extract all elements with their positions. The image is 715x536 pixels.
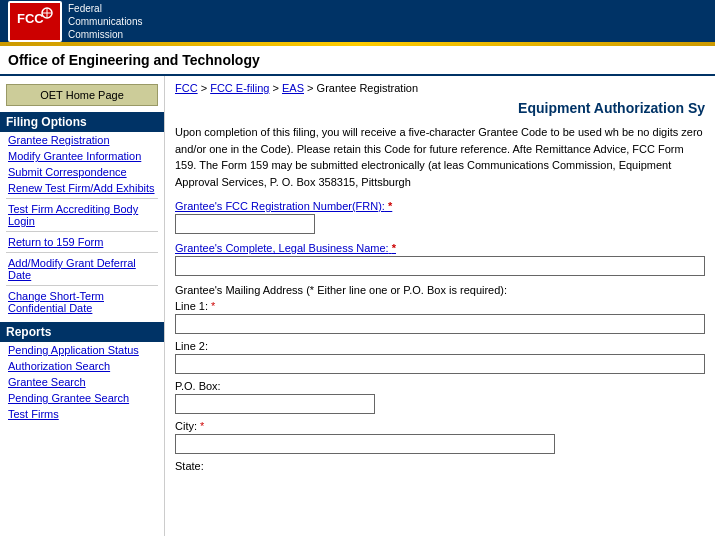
content-area: FCC > FCC E-filing > EAS > Grantee Regis… <box>165 76 715 536</box>
sidebar-item-grantee-search[interactable]: Grantee Search <box>0 374 164 390</box>
state-field: State: <box>175 460 705 472</box>
sidebar-item-add-modify-grant[interactable]: Add/Modify Grant Deferral Date <box>0 255 164 283</box>
sidebar-item-renew-test-firm[interactable]: Renew Test Firm/Add Exhibits <box>0 180 164 196</box>
sidebar-item-grantee-registration[interactable]: Grantee Registration <box>0 132 164 148</box>
main-layout: OET Home Page Filing Options Grantee Reg… <box>0 76 715 536</box>
frn-input[interactable] <box>175 214 315 234</box>
po-box-input[interactable] <box>175 394 375 414</box>
header-bar: FCC Federal Communications Commission <box>0 0 715 42</box>
line2-label: Line 2: <box>175 340 705 352</box>
frn-field-section: Grantee's FCC Registration Number(FRN): … <box>175 200 705 234</box>
sidebar-divider-4 <box>6 285 158 286</box>
fcc-logo-box: FCC <box>8 1 62 42</box>
sidebar-item-modify-grantee[interactable]: Modify Grantee Information <box>0 148 164 164</box>
line1-input[interactable] <box>175 314 705 334</box>
breadcrumb-current: Grantee Registration <box>317 82 419 94</box>
sidebar: OET Home Page Filing Options Grantee Reg… <box>0 76 165 536</box>
line1-label: Line 1: * <box>175 300 705 312</box>
fcc-logo-text: Federal Communications Commission <box>68 2 142 41</box>
line2-input[interactable] <box>175 354 705 374</box>
sidebar-item-pending-application[interactable]: Pending Application Status <box>0 342 164 358</box>
line2-field: Line 2: <box>175 340 705 374</box>
po-box-label: P.O. Box: <box>175 380 705 392</box>
fcc-logo: FCC Federal Communications Commission <box>8 1 142 42</box>
breadcrumb-efiling[interactable]: FCC E-filing <box>210 82 269 94</box>
business-name-field-section: Grantee's Complete, Legal Business Name:… <box>175 242 705 276</box>
business-name-label: Grantee's Complete, Legal Business Name:… <box>175 242 705 254</box>
breadcrumb: FCC > FCC E-filing > EAS > Grantee Regis… <box>175 82 705 94</box>
state-label: State: <box>175 460 705 472</box>
city-label: City: * <box>175 420 705 432</box>
reports-section-title: Reports <box>0 322 164 342</box>
sidebar-divider-3 <box>6 252 158 253</box>
frn-label: Grantee's FCC Registration Number(FRN): … <box>175 200 705 212</box>
page-title: Equipment Authorization Sy <box>175 100 705 116</box>
breadcrumb-eas[interactable]: EAS <box>282 82 304 94</box>
sidebar-item-test-firm-accrediting[interactable]: Test Firm Accrediting Body Login <box>0 201 164 229</box>
sidebar-divider-2 <box>6 231 158 232</box>
sidebar-divider <box>6 198 158 199</box>
intro-text: Upon completion of this filing, you will… <box>175 124 705 190</box>
sidebar-item-change-short-term[interactable]: Change Short-Term Confidential Date <box>0 288 164 316</box>
line1-field: Line 1: * <box>175 300 705 334</box>
sidebar-item-submit-correspondence[interactable]: Submit Correspondence <box>0 164 164 180</box>
sidebar-item-authorization-search[interactable]: Authorization Search <box>0 358 164 374</box>
business-name-input[interactable] <box>175 256 705 276</box>
svg-text:FCC: FCC <box>17 11 44 26</box>
sidebar-item-test-firms[interactable]: Test Firms <box>0 406 164 422</box>
sidebar-item-pending-grantee-search[interactable]: Pending Grantee Search <box>0 390 164 406</box>
city-input[interactable] <box>175 434 555 454</box>
filing-section-title: Filing Options <box>0 112 164 132</box>
city-field: City: * <box>175 420 705 454</box>
po-box-field: P.O. Box: <box>175 380 705 414</box>
mailing-address-label: Grantee's Mailing Address (* Either line… <box>175 284 705 296</box>
oet-home-button[interactable]: OET Home Page <box>6 84 158 106</box>
breadcrumb-fcc[interactable]: FCC <box>175 82 198 94</box>
office-title: Office of Engineering and Technology <box>0 46 715 76</box>
sidebar-item-return-to-159[interactable]: Return to 159 Form <box>0 234 164 250</box>
